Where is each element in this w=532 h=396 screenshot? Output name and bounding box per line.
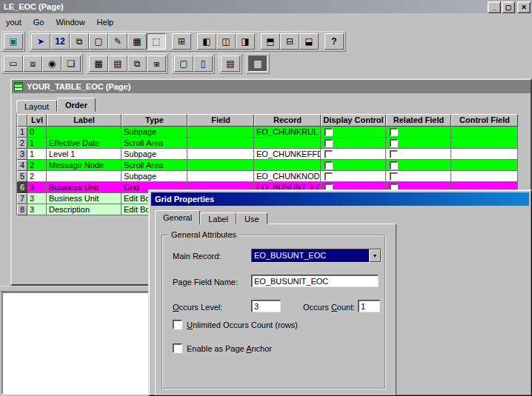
menu-item-yout[interactable]: yout <box>0 16 27 29</box>
tab-order-button[interactable]: 12 <box>50 33 70 50</box>
default-ordering-button[interactable]: ⊞ <box>172 33 191 50</box>
tab-order[interactable]: Order <box>57 98 96 112</box>
menu-item-help[interactable]: Help <box>91 16 120 29</box>
grid-cell-type[interactable]: Subpage <box>122 127 187 138</box>
new-page-button[interactable]: ▢ <box>89 33 108 50</box>
grid-cell-related-field[interactable] <box>386 149 451 160</box>
tab-use[interactable]: Use <box>236 212 267 224</box>
grid-cell-control-field[interactable] <box>451 138 518 149</box>
row-selector[interactable]: 5 <box>17 171 27 182</box>
tab-general[interactable]: General <box>155 210 200 224</box>
related-field-checkbox[interactable] <box>390 150 398 158</box>
row-selector[interactable]: 8 <box>17 204 27 215</box>
row-selector[interactable]: 6 <box>17 182 27 193</box>
grid-cell-lvl[interactable]: 3 <box>27 193 47 204</box>
display-control-checkbox[interactable] <box>325 172 333 181</box>
display-control-checkbox[interactable] <box>325 150 333 158</box>
grid-cell-lvl[interactable]: 1 <box>27 149 47 160</box>
minimize-button[interactable]: _ <box>488 1 501 13</box>
grid-cell-lvl[interactable]: 3 <box>27 182 47 193</box>
display-control-checkbox[interactable] <box>325 128 333 136</box>
row-selector[interactable]: 7 <box>17 193 27 204</box>
edit-page-button[interactable]: ✎ <box>108 33 127 50</box>
grid-cell-label[interactable]: Message Node <box>47 160 122 171</box>
insert-group-box-button[interactable]: ⧈ <box>23 56 42 72</box>
grid-cell-lvl[interactable]: 1 <box>27 138 47 149</box>
insert-image-control-button[interactable]: ▩ <box>248 56 267 72</box>
grid-cell-record[interactable] <box>254 138 321 149</box>
row-selector[interactable]: 2 <box>17 138 27 149</box>
grid-cell-type[interactable]: Subpage <box>122 171 187 182</box>
grid-cell-field[interactable] <box>187 160 254 171</box>
related-field-checkbox[interactable] <box>390 128 398 136</box>
grid-cell-label[interactable]: Level 1 <box>47 149 122 160</box>
tab-label[interactable]: Label <box>200 212 236 224</box>
page-anchor-checkbox[interactable] <box>173 343 182 353</box>
menu-item-window[interactable]: Window <box>50 16 90 29</box>
grid-cell-display-control[interactable] <box>321 149 386 160</box>
tab-layout[interactable]: Layout <box>16 100 57 112</box>
menu-item-go[interactable]: Go <box>27 16 50 29</box>
grid-cell-type[interactable]: Scroll Area <box>122 160 187 171</box>
grid-cell-lvl[interactable]: 2 <box>27 160 47 171</box>
grid-cell-control-field[interactable] <box>451 160 518 171</box>
close-button[interactable]: ✕ <box>517 1 531 13</box>
grid-cell-lvl[interactable]: 3 <box>27 204 47 215</box>
display-control-checkbox[interactable] <box>325 139 333 147</box>
grid-cell-record[interactable]: EO_CHUNKRUL <box>254 127 321 138</box>
show-grid-button[interactable]: ▦ <box>127 33 147 50</box>
align-right-button[interactable]: ◨ <box>236 33 255 50</box>
insert-push-button[interactable]: ▢ <box>174 56 193 72</box>
grid-cell-label[interactable] <box>47 127 122 138</box>
grid-cell-label[interactable]: Business Unit <box>47 182 122 193</box>
occurs-count-input[interactable] <box>358 300 380 312</box>
insert-secondary-page-button[interactable]: ⧆ <box>147 56 166 72</box>
related-field-checkbox[interactable] <box>390 139 398 147</box>
grid-cell-label[interactable] <box>47 171 122 182</box>
align-left-button[interactable]: ◧ <box>197 33 216 50</box>
grid-cell-related-field[interactable] <box>386 127 451 138</box>
grid-cell-type[interactable]: Subpage <box>122 149 187 160</box>
row-selector[interactable]: 1 <box>17 127 27 138</box>
grid-cell-control-field[interactable] <box>451 149 518 160</box>
help-button[interactable]: ? <box>325 33 344 50</box>
align-bottom-button[interactable]: ⬓ <box>299 33 319 50</box>
grid-cell-related-field[interactable] <box>386 160 451 171</box>
maximize-button[interactable]: ▢ <box>502 1 515 13</box>
insert-static-image-button[interactable]: ❏ <box>61 56 81 72</box>
grid-cell-field[interactable] <box>187 171 254 182</box>
row-selector[interactable]: 3 <box>17 149 27 160</box>
row-selector[interactable]: 4 <box>17 160 27 171</box>
select-pointer-button[interactable]: ➤ <box>31 33 50 50</box>
grid-cell-lvl[interactable]: 0 <box>27 127 47 138</box>
grid-cell-related-field[interactable] <box>386 138 451 149</box>
page-field-name-input[interactable] <box>251 275 379 287</box>
grid-cell-label[interactable]: Description <box>47 204 122 215</box>
insert-radio-button[interactable]: ◉ <box>42 56 61 72</box>
insert-long-edit-button[interactable]: ▤ <box>221 56 240 72</box>
main-record-combo[interactable]: EO_BUSUNT_EOC ▼ <box>251 249 382 263</box>
grid-cell-field[interactable] <box>187 149 254 160</box>
grid-cell-lvl[interactable]: 2 <box>27 171 47 182</box>
align-top-button[interactable]: ⬒ <box>261 33 280 50</box>
dropdown-arrow-icon[interactable]: ▼ <box>369 249 381 262</box>
align-middle-button[interactable]: ⊟ <box>280 33 299 50</box>
grid-cell-field[interactable] <box>187 127 254 138</box>
grid-cell-control-field[interactable] <box>451 127 518 138</box>
toolbox-button[interactable]: ▣ <box>4 33 23 50</box>
related-field-checkbox[interactable] <box>390 172 398 181</box>
display-control-checkbox[interactable] <box>325 161 333 170</box>
related-field-checkbox[interactable] <box>390 161 398 170</box>
insert-scroll-area-button[interactable]: ▤ <box>108 56 127 72</box>
grid-cell-type[interactable]: Scroll Area <box>122 138 187 149</box>
grid-cell-display-control[interactable] <box>321 138 386 149</box>
grid-cell-display-control[interactable] <box>321 127 386 138</box>
occurs-level-input[interactable] <box>251 300 281 312</box>
grid-cell-label[interactable]: Business Unit <box>47 193 122 204</box>
grid-cell-display-control[interactable] <box>321 171 386 182</box>
grid-cell-record[interactable] <box>254 160 321 171</box>
grid-cell-display-control[interactable] <box>321 160 386 171</box>
insert-grid-button[interactable]: ▦ <box>89 56 108 72</box>
grid-cell-related-field[interactable] <box>386 171 451 182</box>
insert-frame-button[interactable]: ▭ <box>4 56 23 72</box>
